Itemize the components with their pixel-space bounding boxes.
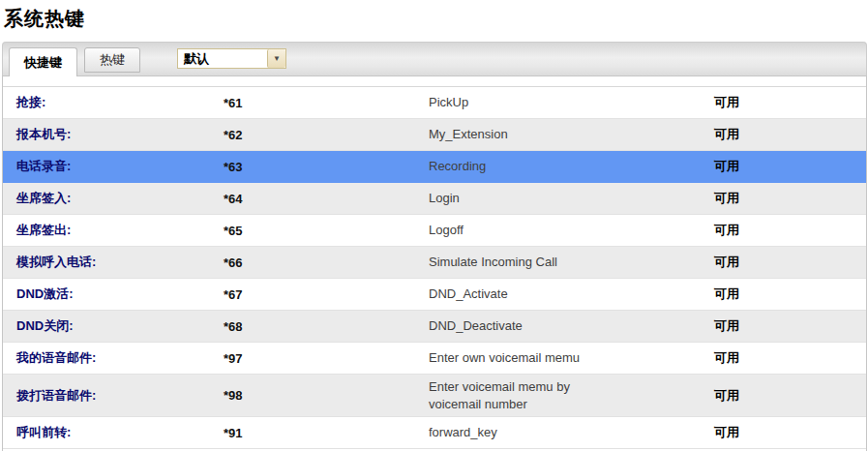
hotkey-code: *63 xyxy=(224,160,429,174)
hotkey-function-name: DND_Deactivate xyxy=(429,314,714,339)
page-title: 系统热键 xyxy=(4,6,868,32)
hotkey-status: 可用 xyxy=(714,190,739,207)
table-row[interactable]: 坐席签入: *64 Login 可用 xyxy=(3,183,866,215)
hotkey-label: 抢接: xyxy=(3,94,224,111)
hotkeys-table: 抢接: *61 PickUp 可用 报本机号: *62 My_Extension… xyxy=(3,86,866,449)
hotkey-function-name: forward_key xyxy=(429,420,714,445)
hotkey-label: 坐席签入: xyxy=(3,190,224,207)
hotkey-code: *97 xyxy=(224,351,429,366)
table-row[interactable]: 报本机号: *62 My_Extension 可用 xyxy=(3,119,866,151)
tab-hotkeys[interactable]: 热键 xyxy=(84,47,140,73)
hotkey-function-name: Simulate Incoming Call xyxy=(429,250,714,275)
profile-select-value: 默认 xyxy=(178,49,267,68)
hotkeys-module: 快捷键 热键 默认 ▼ 抢接: *61 PickUp 可用 报本机号: *62 … xyxy=(2,42,867,451)
table-row[interactable]: 电话录音: *63 Recording 可用 xyxy=(3,151,866,183)
tab-shortcut-keys[interactable]: 快捷键 xyxy=(9,47,77,76)
hotkey-code: *67 xyxy=(224,287,429,302)
hotkey-label: 拨打语音邮件: xyxy=(3,387,224,405)
hotkey-code: *98 xyxy=(224,388,429,403)
hotkey-status: 可用 xyxy=(714,424,739,441)
hotkey-status: 可用 xyxy=(714,387,739,405)
hotkey-status: 可用 xyxy=(714,222,739,239)
hotkey-status: 可用 xyxy=(714,349,739,367)
hotkey-function-name: PickUp xyxy=(429,90,714,115)
table-row[interactable]: DND关闭: *68 DND_Deactivate 可用 xyxy=(3,311,866,343)
table-row[interactable]: DND激活: *67 DND_Activate 可用 xyxy=(3,279,866,311)
hotkey-label: DND激活: xyxy=(3,286,224,303)
hotkey-label: 呼叫前转: xyxy=(3,424,224,441)
hotkey-label: 我的语音邮件: xyxy=(3,349,224,367)
table-row[interactable]: 抢接: *61 PickUp 可用 xyxy=(3,87,866,119)
hotkey-code: *91 xyxy=(224,426,429,440)
table-row[interactable]: 坐席签出: *65 Logoff 可用 xyxy=(3,215,866,247)
tab-strip: 快捷键 热键 默认 ▼ xyxy=(2,42,867,75)
hotkey-code: *62 xyxy=(224,128,429,142)
hotkey-status: 可用 xyxy=(714,94,739,111)
hotkey-status: 可用 xyxy=(714,317,739,335)
table-row[interactable]: 呼叫前转: *91 forward_key 可用 xyxy=(3,417,866,449)
hotkey-function-name: Recording xyxy=(429,154,714,179)
hotkeys-panel: 抢接: *61 PickUp 可用 报本机号: *62 My_Extension… xyxy=(2,75,867,451)
hotkey-status: 可用 xyxy=(714,254,739,271)
hotkey-code: *68 xyxy=(224,319,429,334)
hotkey-label: 坐席签出: xyxy=(3,222,224,239)
table-row[interactable]: 拨打语音邮件: *98 Enter voicemail memu by voic… xyxy=(3,375,866,417)
hotkey-code: *65 xyxy=(224,224,429,238)
table-row[interactable]: 模拟呼入电话: *66 Simulate Incoming Call 可用 xyxy=(3,247,866,279)
hotkey-function-name: My_Extension xyxy=(429,122,714,147)
hotkey-status: 可用 xyxy=(714,126,739,143)
hotkey-code: *64 xyxy=(224,192,429,206)
hotkey-label: DND关闭: xyxy=(3,317,224,335)
hotkey-code: *66 xyxy=(224,256,429,270)
hotkey-function-name: Enter voicemail memu by voicemail number xyxy=(429,375,714,416)
hotkey-label: 电话录音: xyxy=(3,158,224,175)
chevron-down-icon[interactable]: ▼ xyxy=(267,49,285,68)
hotkey-label: 模拟呼入电话: xyxy=(3,254,224,271)
hotkey-label: 报本机号: xyxy=(3,126,224,143)
table-row[interactable]: 我的语音邮件: *97 Enter own voicemail memu 可用 xyxy=(3,343,866,375)
hotkey-function-name: Logoff xyxy=(429,218,714,243)
hotkey-function-name: Enter own voicemail memu xyxy=(429,346,714,371)
hotkey-function-name: Login xyxy=(429,186,714,211)
hotkey-status: 可用 xyxy=(714,286,739,303)
hotkey-function-name: DND_Activate xyxy=(429,282,714,307)
hotkey-code: *61 xyxy=(224,96,429,110)
profile-select[interactable]: 默认 ▼ xyxy=(177,48,286,69)
hotkey-status: 可用 xyxy=(714,158,739,175)
